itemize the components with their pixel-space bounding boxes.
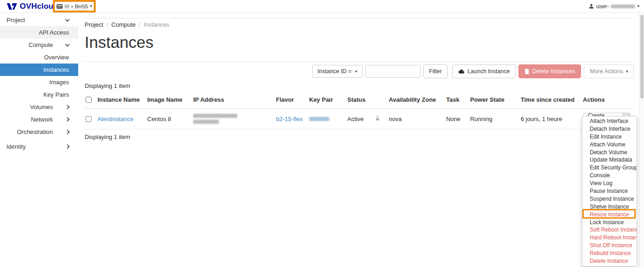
launch-instance-button[interactable]: Launch Instance [452, 64, 516, 78]
sidebar-item-compute[interactable]: Compute [0, 39, 78, 51]
sidebar-item-label: Overview [44, 54, 69, 61]
sidebar-item-orchestration[interactable]: Orchestration [0, 126, 78, 138]
menu-item-hard-reboot-instance[interactable]: Hard Reboot Instance [582, 234, 637, 242]
menu-item-shelve-instance[interactable]: Shelve Instance [582, 203, 637, 211]
col-header-task[interactable]: Task [446, 93, 470, 109]
row-checkbox[interactable] [86, 116, 92, 122]
sidebar-item-label: Volumes [30, 104, 53, 110]
flavor-link[interactable]: b2-15-flex [276, 116, 303, 122]
user-name-redacted [611, 5, 635, 8]
col-header-lock [375, 93, 389, 109]
sidebar-item-overview[interactable]: Overview [0, 51, 78, 64]
task-cell: None [446, 109, 470, 129]
sidebar-item-label: Network [31, 116, 53, 123]
filter-search-input[interactable] [365, 65, 420, 78]
menu-item-resize-instance[interactable]: Resize Instance [582, 211, 637, 219]
main-content: Project / Compute / Instances Instances … [78, 13, 639, 267]
menu-item-delete-instance[interactable]: Delete Instance [582, 257, 637, 265]
chevron-down-icon [65, 42, 70, 46]
select-all-checkbox[interactable] [86, 97, 92, 103]
menu-item-lock-instance[interactable]: Lock Instance [582, 219, 637, 226]
scrollbar-thumb[interactable] [640, 15, 644, 99]
table-toolbar: Instance ID = ▾ Filter Launch Instance D… [84, 64, 634, 78]
breadcrumb-instances: Instances [144, 21, 169, 28]
item-count-top: Displaying 1 item [85, 82, 634, 89]
col-header-image-name[interactable]: Image Name [147, 93, 193, 109]
sidebar-item-images[interactable]: Images [0, 76, 78, 88]
menu-item-update-metadata[interactable]: Update Metadata [582, 156, 637, 164]
breadcrumb-separator: / [139, 21, 141, 28]
sidebar-item-network[interactable]: Network [0, 113, 78, 126]
item-count-bottom: Displaying 1 item [85, 134, 634, 140]
user-label-prefix: user- [596, 3, 609, 10]
menu-item-pause-instance[interactable]: Pause Instance [582, 187, 637, 195]
sidebar-item-key-pairs[interactable]: Key Pairs [0, 88, 78, 101]
sidebar-item-project[interactable]: Project [0, 14, 78, 26]
menu-item-console[interactable]: Console [582, 172, 637, 180]
instance-name-link[interactable]: Atestinstance [98, 116, 133, 122]
sidebar-item-label: Compute [29, 41, 53, 48]
filter-field-caret-icon: ▾ [355, 70, 357, 74]
col-header-time-since-created[interactable]: Time since created [521, 93, 583, 109]
chevron-right-icon [65, 145, 70, 149]
unlocked-padlock-icon [375, 116, 380, 121]
menu-item-attach-volume[interactable]: Attach Volume [582, 141, 637, 149]
availability-zone-cell: nova [389, 109, 446, 129]
sidebar-item-api-access[interactable]: API Access [0, 26, 78, 39]
col-header-instance-name[interactable]: Instance Name [98, 93, 147, 109]
delete-instances-button[interactable]: Delete Instances [518, 64, 581, 78]
vertical-scrollbar[interactable] [639, 13, 644, 267]
filter-button[interactable]: Filter [423, 64, 448, 78]
project-card-icon [57, 4, 63, 9]
time-since-created-cell: 6 jours, 1 heure [521, 109, 583, 129]
menu-item-suspend-instance[interactable]: Suspend Instance [582, 195, 637, 203]
more-actions-label: More Actions [590, 68, 623, 75]
sidebar-item-label: Images [49, 79, 69, 86]
breadcrumb-compute[interactable]: Compute [111, 21, 136, 28]
delete-instances-label: Delete Instances [532, 68, 575, 75]
instances-table: Instance Name Image Name IP Address Flav… [84, 93, 634, 129]
user-menu[interactable]: user- ▾ [589, 3, 639, 10]
menu-item-rebuild-instance[interactable]: Rebuild Instance [582, 250, 637, 257]
instance-row: Atestinstance Centos 8 b2-15-flex Active [84, 109, 634, 129]
more-actions-button[interactable]: More Actions ▾ [584, 64, 634, 78]
filter-field-select[interactable]: Instance ID = ▾ [312, 65, 362, 78]
key-pair-cell [309, 109, 347, 129]
project-region-label: BHS5 [75, 4, 88, 9]
chevron-right-icon [65, 130, 70, 134]
menu-item-edit-security-groups[interactable]: Edit Security Groups [582, 164, 637, 172]
sidebar-item-instances[interactable]: Instances [0, 64, 78, 76]
project-separator-dot: • [71, 4, 73, 9]
more-actions-caret-icon: ▾ [626, 70, 628, 74]
menu-item-view-log[interactable]: View Log [582, 180, 637, 187]
col-header-ip-address[interactable]: IP Address [193, 93, 276, 109]
col-header-status[interactable]: Status [347, 93, 375, 109]
sidebar-item-label: API Access [39, 29, 69, 36]
breadcrumb: Project / Compute / Instances [84, 18, 634, 28]
key-pair-redacted [309, 117, 329, 121]
col-header-key-pair[interactable]: Key Pair [309, 93, 347, 109]
breadcrumb-separator: / [106, 21, 108, 28]
user-icon [589, 4, 594, 9]
menu-item-shut-off-instance[interactable]: Shut Off Instance [582, 242, 637, 250]
ovhcloud-logo[interactable]: OVHcloud [6, 2, 58, 11]
menu-item-edit-instance[interactable]: Edit Instance [582, 133, 637, 141]
project-id-redacted [64, 5, 69, 8]
menu-item-attach-interface[interactable]: Attach Interface [582, 117, 637, 125]
col-header-flavor[interactable]: Flavor [276, 93, 309, 109]
menu-item-soft-reboot-instance[interactable]: Soft Reboot Instance [582, 226, 637, 234]
chevron-down-icon [65, 17, 70, 22]
sidebar-nav: Project API Access Compute Overview Inst… [0, 13, 78, 267]
ip-address-redacted-line2 [193, 120, 219, 124]
sidebar-item-identity[interactable]: Identity [0, 140, 78, 153]
menu-item-detach-interface[interactable]: Detach Interface [582, 125, 637, 133]
project-selector[interactable]: • BHS5 ▾ [53, 0, 96, 12]
filter-field-label: Instance ID = [317, 68, 351, 75]
breadcrumb-project[interactable]: Project [85, 21, 103, 28]
menu-item-detach-volume[interactable]: Detach Volume [582, 149, 637, 157]
col-header-power-state[interactable]: Power State [470, 93, 521, 109]
col-header-availability-zone[interactable]: Availability Zone [389, 93, 446, 109]
sidebar-item-volumes[interactable]: Volumes [0, 101, 78, 113]
ip-address-cell [193, 109, 276, 129]
image-name-cell: Centos 8 [147, 109, 193, 129]
